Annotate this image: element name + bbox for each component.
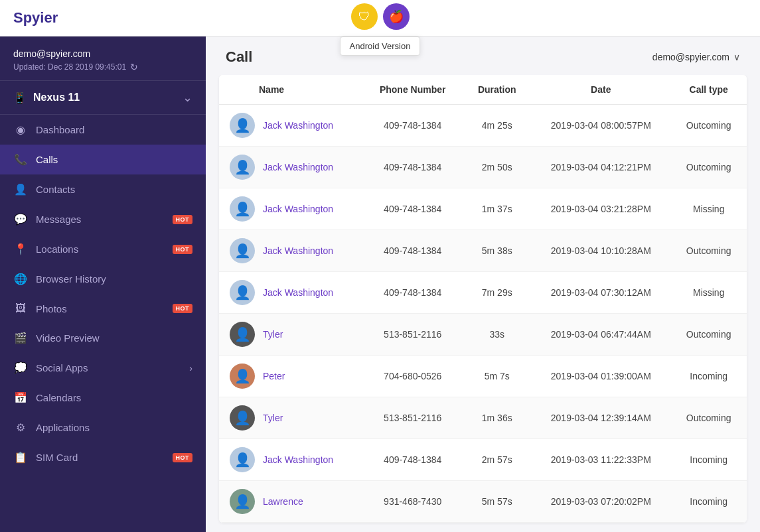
cell-duration: 1m 36s [463, 397, 531, 439]
hot-badge-messages: HOT [173, 215, 193, 224]
user-menu[interactable]: demo@spyier.com ∨ [652, 52, 740, 62]
avatar: 👤 [230, 280, 255, 305]
main-content: Call demo@spyier.com ∨ Name Phone Number… [206, 36, 760, 532]
cell-duration: 2m 57s [463, 439, 531, 481]
contact-name: Jack Washington [263, 245, 333, 256]
sidebar-item-dashboard[interactable]: ◉Dashboard [0, 115, 206, 145]
user-menu-chevron-icon: ∨ [733, 52, 740, 62]
locations-icon: 📍 [13, 243, 28, 255]
sidebar-item-label-sim-card: SIM Card [36, 452, 169, 463]
contact-name: Peter [263, 371, 285, 381]
col-phone: Phone Number [362, 75, 463, 105]
apps-icon: ⚙ [13, 421, 28, 434]
sidebar-updated: Updated: Dec 28 2019 09:45:01 ↻ [13, 62, 192, 72]
cell-calltype: Missing [670, 272, 747, 314]
cell-phone: 409-748-1384 [362, 439, 463, 481]
sidebar-item-video-preview[interactable]: 🎬Video Preview [0, 323, 206, 353]
sidebar-item-messages[interactable]: 💬MessagesHOT [0, 204, 206, 234]
cell-name: 👤Lawrence [219, 481, 362, 523]
sidebar-item-locations[interactable]: 📍LocationsHOT [0, 234, 206, 264]
sidebar-item-social-apps[interactable]: 💭Social Apps› [0, 353, 206, 383]
col-date: Date [531, 75, 670, 105]
sidebar-item-label-video-preview: Video Preview [36, 332, 192, 344]
cell-name: 👤Jack Washington [219, 147, 362, 188]
sidebar-item-calendars[interactable]: 📅Calendars [0, 383, 206, 413]
cell-calltype: Outcoming [670, 314, 747, 356]
table-row: 👤Tyler513-851-211633s2019-03-04 06:47:44… [219, 314, 747, 356]
table-row: 👤Lawrence931-468-74305m 57s2019-03-03 07… [219, 481, 747, 523]
col-duration: Duration [463, 75, 531, 105]
refresh-icon[interactable]: ↻ [130, 62, 138, 72]
cell-phone: 513-851-2116 [362, 397, 463, 439]
sidebar-item-sim-card[interactable]: 📋SIM CardHOT [0, 442, 206, 472]
cell-calltype: Incoming [670, 439, 747, 481]
cell-date: 2019-03-04 07:30:12AM [531, 272, 670, 314]
cell-phone: 931-468-7430 [362, 481, 463, 523]
sidebar-nav: ◉Dashboard📞Calls👤Contacts💬MessagesHOT📍Lo… [0, 115, 206, 472]
cell-date: 2019-03-03 07:20:02PM [531, 481, 670, 523]
main-layout: demo@spyier.com Updated: Dec 28 2019 09:… [0, 36, 760, 532]
cell-date: 2019-03-04 10:10:28AM [531, 230, 670, 272]
nav-arrow-icon-social-apps: › [189, 363, 192, 373]
app-header: Spyier 🛡 🍎 Android Version [0, 0, 760, 36]
cell-date: 2019-03-03 11:22:33PM [531, 439, 670, 481]
sidebar-item-applications[interactable]: ⚙Applications [0, 413, 206, 442]
cell-calltype: Missing [670, 188, 747, 230]
photos-icon: 🖼 [13, 302, 28, 314]
sidebar: demo@spyier.com Updated: Dec 28 2019 09:… [0, 36, 206, 532]
cell-calltype: Outcoming [670, 105, 747, 147]
cell-name: 👤Tyler [219, 397, 362, 439]
table-row: 👤Jack Washington409-748-13847m 29s2019-0… [219, 272, 747, 314]
sidebar-item-calls[interactable]: 📞Calls [0, 145, 206, 174]
table-row: 👤Peter704-680-05265m 7s2019-03-04 01:39:… [219, 356, 747, 397]
cell-name: 👤Jack Washington [219, 272, 362, 314]
cell-duration: 5m 38s [463, 230, 531, 272]
contact-name: Lawrence [263, 496, 303, 507]
sidebar-item-photos[interactable]: 🖼PhotosHOT [0, 294, 206, 323]
calendars-icon: 📅 [13, 391, 28, 404]
cell-calltype: Incoming [670, 356, 747, 397]
sidebar-item-contacts[interactable]: 👤Contacts [0, 174, 206, 204]
calls-table-container: Name Phone Number Duration Date Call typ… [206, 75, 760, 532]
cell-duration: 1m 37s [463, 188, 531, 230]
cell-calltype: Outcoming [670, 147, 747, 188]
avatar: 👤 [230, 322, 255, 347]
cell-phone: 409-748-1384 [362, 147, 463, 188]
avatar: 👤 [230, 447, 255, 472]
platform-icons: 🛡 🍎 Android Version [351, 3, 410, 30]
avatar: 👤 [230, 113, 255, 138]
cell-duration: 7m 29s [463, 272, 531, 314]
table-row: 👤Jack Washington409-748-13844m 25s2019-0… [219, 105, 747, 147]
table-row: 👤Jack Washington409-748-13842m 50s2019-0… [219, 147, 747, 188]
cell-phone: 409-748-1384 [362, 105, 463, 147]
user-menu-email: demo@spyier.com [652, 52, 729, 62]
table-row: 👤Tyler513-851-21161m 36s2019-03-04 12:39… [219, 397, 747, 439]
cell-date: 2019-03-04 01:39:00AM [531, 356, 670, 397]
content-header: Call demo@spyier.com ∨ [206, 36, 760, 75]
cell-phone: 409-748-1384 [362, 188, 463, 230]
avatar: 👤 [230, 489, 255, 514]
cell-name: 👤Peter [219, 356, 362, 397]
contact-name: Tyler [263, 329, 283, 340]
sidebar-user-info: demo@spyier.com Updated: Dec 28 2019 09:… [0, 36, 206, 81]
browser-icon: 🌐 [13, 273, 28, 285]
sidebar-item-browser-history[interactable]: 🌐Browser History [0, 264, 206, 294]
col-calltype: Call type [670, 75, 747, 105]
sidebar-item-label-calls: Calls [36, 154, 192, 165]
device-selector[interactable]: 📱 Nexus 11 ⌄ [0, 81, 206, 115]
calls-table-body: 👤Jack Washington409-748-13844m 25s2019-0… [219, 105, 747, 523]
contact-name: Jack Washington [263, 120, 333, 131]
cell-date: 2019-03-04 04:12:21PM [531, 147, 670, 188]
apple-icon[interactable]: 🍎 [383, 3, 410, 30]
cell-calltype: Incoming [670, 481, 747, 523]
android-icon[interactable]: 🛡 [351, 3, 378, 30]
android-tooltip: Android Version [340, 36, 421, 56]
cell-phone: 409-748-1384 [362, 230, 463, 272]
contact-name: Jack Washington [263, 454, 333, 465]
cell-name: 👤Jack Washington [219, 230, 362, 272]
video-icon: 🎬 [13, 332, 28, 344]
social-icon: 💭 [13, 362, 28, 374]
cell-duration: 4m 25s [463, 105, 531, 147]
avatar: 👤 [230, 238, 255, 263]
sidebar-email: demo@spyier.com [13, 48, 192, 59]
